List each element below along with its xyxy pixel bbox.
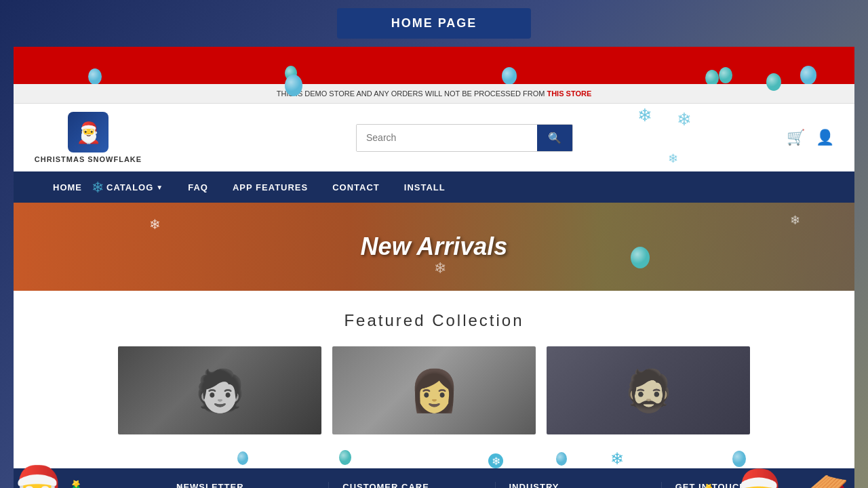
- footer-snowflake-deco: ❄: [610, 449, 624, 468]
- catalog-dropdown-arrow: ▼: [156, 184, 163, 191]
- footer: 🎅 🎄 🎄 🎅🛷 🎄 🎄 ❄ ✦ NEWSLETTER Subscribe to…: [14, 468, 854, 488]
- nav-contact-label: CONTACT: [332, 182, 380, 192]
- search-icon: 🔍: [548, 132, 561, 144]
- snowflake-deco-2: ❄: [668, 151, 678, 166]
- footer-snowflake-bg: ❄: [582, 485, 597, 488]
- product-card-1[interactable]: 🧑: [118, 346, 321, 434]
- search-form: 🔍: [356, 124, 573, 152]
- topbar: HOME PAGE: [0, 0, 868, 47]
- footer-deco-row: ❄ ❄: [14, 448, 854, 468]
- nav-item-faq[interactable]: FAQ: [176, 173, 220, 202]
- santa-left: 🎅: [3, 463, 71, 488]
- product-grid: 🧑 👩 🧔: [27, 346, 841, 434]
- snowflake-deco-1: ❄: [677, 109, 692, 130]
- footer-newsletter-title: NEWSLETTER: [176, 482, 315, 488]
- outer-snowflake-1: ❄: [637, 105, 652, 126]
- nav-item-contact[interactable]: CONTACT: [320, 173, 392, 202]
- notice-link[interactable]: THIS STORE: [547, 89, 591, 98]
- nav-item-app-features[interactable]: APP FEATURES: [220, 173, 320, 202]
- search-input[interactable]: [357, 125, 537, 151]
- hero-section: ❄ ❄ ❄ New Arrivals: [14, 203, 854, 291]
- navigation: HOME CATALOG ▼ FAQ APP FEATURES CONTACT …: [14, 171, 854, 203]
- logo-image: 🎅: [68, 112, 108, 152]
- header: ❄ ❄ 🎅 CHRISTMAS SNOWFLAKE 🔍: [14, 104, 854, 171]
- notice-text: THIS IS DEMO STORE AND ANY ORDERS WILL N…: [277, 89, 547, 98]
- hero-snowflake-2: ❄: [790, 213, 800, 228]
- footer-ornament-1: [237, 451, 248, 465]
- nav-catalog-label: CATALOG: [106, 182, 153, 192]
- cart-icon[interactable]: 🛒: [787, 129, 805, 146]
- nav-appfeatures-label: APP FEATURES: [233, 182, 308, 192]
- footer-ornament-4: [732, 451, 746, 467]
- notice-bar: THIS IS DEMO STORE AND ANY ORDERS WILL N…: [14, 84, 854, 104]
- logo-area: 🎅 CHRISTMAS SNOWFLAKE: [34, 112, 142, 163]
- brand-name: CHRISTMAS SNOWFLAKE: [35, 155, 142, 163]
- footer-customer-care-title: CUSTOMER CARE: [342, 482, 481, 488]
- nav-install-label: INSTALL: [404, 182, 446, 192]
- snowflake-left-nav: ❄: [92, 179, 104, 197]
- nav-home-label: HOME: [53, 182, 82, 192]
- ornament-3: [502, 67, 517, 84]
- featured-title: Featured Collection: [27, 311, 841, 330]
- hero-title: New Arrivals: [361, 232, 508, 261]
- user-icon[interactable]: 👤: [816, 129, 834, 146]
- search-button[interactable]: 🔍: [537, 125, 572, 151]
- footer-ornament-3: [556, 452, 567, 466]
- hero-snowflake-1: ❄: [149, 216, 161, 232]
- santa-right: 🎅🛷: [727, 467, 854, 488]
- outer-ornament-right-1: [766, 73, 781, 91]
- footer-col-industry: INDUSTRY Browse our popular products Mor…: [496, 482, 662, 488]
- ornament-5: [800, 66, 816, 84]
- product-image-3: 🧔: [623, 367, 674, 415]
- product-image-1: 🧑: [195, 367, 245, 415]
- footer-ornament-2: [339, 450, 351, 465]
- outer-ornament-left-1: [285, 75, 302, 96]
- footer-industry-title: INDUSTRY: [509, 482, 648, 488]
- nav-item-home[interactable]: HOME: [41, 173, 94, 202]
- ornament-4: [705, 70, 719, 84]
- featured-section: Featured Collection 🧑 👩 🧔: [14, 291, 854, 448]
- nav-item-catalog[interactable]: CATALOG ▼: [94, 173, 176, 202]
- footer-col-customer-care: CUSTOMER CARE Get answers to your questi…: [329, 482, 495, 488]
- header-icons: 🛒 👤: [787, 129, 834, 146]
- hero-snowflake-3: ❄: [434, 260, 446, 277]
- product-card-2[interactable]: 👩: [332, 346, 536, 434]
- home-page-button[interactable]: HOME PAGE: [337, 8, 532, 39]
- footer-snowflake-small: ✦: [176, 482, 184, 488]
- logo-emoji: 🎅: [76, 121, 101, 144]
- tree-right-1: 🎄: [686, 483, 732, 488]
- product-card-3[interactable]: 🧔: [547, 346, 750, 434]
- ornament-1: [88, 68, 102, 84]
- product-image-2: 👩: [409, 367, 460, 415]
- footer-snowflake-2: ❄: [488, 453, 503, 468]
- nav-item-install[interactable]: INSTALL: [392, 173, 458, 202]
- nav-faq-label: FAQ: [188, 182, 208, 192]
